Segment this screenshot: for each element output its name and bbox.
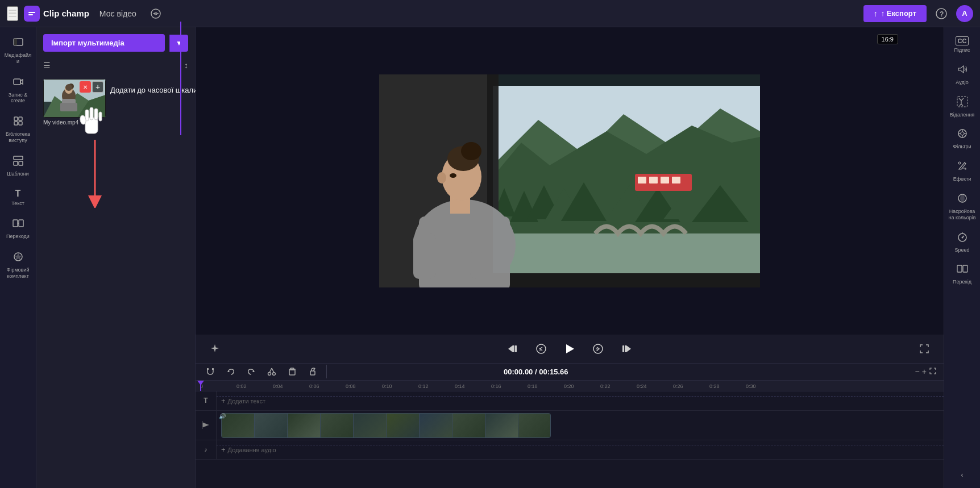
export-button[interactable]: ↑ ↑ Експорт bbox=[863, 5, 927, 22]
strip-frame-1 bbox=[222, 414, 255, 437]
zoom-out-button[interactable]: − bbox=[915, 367, 920, 377]
timeline-ruler: 0 0:02 0:04 0:06 0:08 0:10 0:12 0:14 0:1… bbox=[196, 381, 944, 391]
sidebar-item-speed[interactable]: Speed bbox=[946, 227, 979, 258]
svg-rect-8 bbox=[14, 39, 17, 45]
center-area: 16:9 bbox=[196, 27, 944, 488]
svg-rect-112 bbox=[957, 265, 962, 272]
volume-icon: 🔊 bbox=[219, 413, 226, 419]
magic-button[interactable] bbox=[205, 339, 225, 359]
right-sidebar-collapse-button[interactable]: ‹ bbox=[961, 471, 964, 479]
svg-point-111 bbox=[961, 236, 963, 238]
sidebar-item-color-correct[interactable]: Насройована кольорів bbox=[946, 188, 979, 226]
sidebar-item-media[interactable]: Медіафайли bbox=[2, 32, 35, 69]
aspect-ratio-badge: 16:9 bbox=[877, 34, 898, 44]
filters-label: Фільтри bbox=[953, 144, 971, 150]
dashed-audio-line: + Додавання аудіо bbox=[217, 445, 944, 454]
fullscreen-button[interactable] bbox=[914, 339, 935, 359]
delete-button[interactable] bbox=[284, 364, 300, 379]
svg-rect-96 bbox=[310, 371, 315, 375]
strip-frame-7 bbox=[420, 414, 452, 437]
media-thumbnail: ✕ + bbox=[43, 79, 106, 118]
add-text-button[interactable]: + Додати текст bbox=[221, 397, 265, 405]
aspect-ratio-label: 16:9 bbox=[882, 36, 894, 43]
main-area: Медіафайли Запис & create Бібліотека в bbox=[0, 27, 980, 488]
export-up-icon: ↑ bbox=[874, 9, 878, 18]
skip-back-button[interactable] bbox=[503, 339, 523, 359]
import-dropdown-button[interactable]: ▼ bbox=[169, 35, 188, 52]
media-delete-button[interactable]: ✕ bbox=[80, 81, 91, 93]
sidebar-library-label: Бібліотека виступу bbox=[4, 131, 32, 144]
sidebar-item-audio-effect[interactable]: Аудіо bbox=[946, 59, 979, 90]
media-add-button[interactable]: + bbox=[92, 81, 103, 93]
sidebar-item-library[interactable]: Бібліотека виступу bbox=[2, 111, 35, 148]
sidebar-item-transitions[interactable]: Переходи bbox=[2, 213, 35, 244]
skip-forward-button[interactable] bbox=[616, 339, 637, 359]
play-button[interactable] bbox=[559, 339, 580, 359]
svg-point-72 bbox=[450, 173, 456, 178]
sidebar-item-captions[interactable]: CC Підпис bbox=[946, 32, 979, 58]
add-audio-button[interactable]: + Додавання аудіо bbox=[221, 445, 276, 454]
tracks-wrapper: T + Додати текст bbox=[196, 391, 944, 488]
svg-rect-2 bbox=[28, 14, 33, 15]
media-filename: My video.mp4 bbox=[43, 119, 106, 126]
timeline-area: 00:00.00 / 00:15.66 − + 0 bbox=[196, 363, 944, 488]
zoom-in-button[interactable]: + bbox=[922, 367, 927, 377]
import-label: Імпорт мультимедіа bbox=[51, 39, 124, 47]
svg-rect-17 bbox=[13, 220, 18, 227]
svg-rect-16 bbox=[19, 161, 23, 165]
help-button[interactable]: ? bbox=[932, 5, 950, 23]
fit-zoom-button[interactable] bbox=[929, 367, 937, 377]
svg-rect-12 bbox=[14, 122, 18, 125]
import-button[interactable]: Імпорт мультимедіа bbox=[43, 34, 165, 52]
media-panel-filters: ☰ ↕ bbox=[36, 59, 195, 74]
forward-button[interactable]: 5 bbox=[588, 339, 608, 359]
video-clip-strip[interactable] bbox=[221, 413, 551, 438]
media-grid: ✕ + My video.mp4 Додати до часової шкали bbox=[36, 74, 195, 130]
sidebar-item-brand[interactable]: Фірмовий комплект bbox=[2, 247, 35, 284]
add-arrow bbox=[86, 140, 103, 208]
app-logo-icon bbox=[24, 6, 40, 22]
magnet-button[interactable] bbox=[202, 364, 218, 379]
cut-button[interactable] bbox=[264, 364, 280, 379]
topbar: ☰ Clip champ Моє відео ↑ ↑ Експорт bbox=[0, 0, 980, 27]
lock-button[interactable] bbox=[305, 364, 321, 379]
strip-frame-3 bbox=[288, 414, 321, 437]
svg-line-91 bbox=[269, 368, 272, 373]
svg-rect-29 bbox=[60, 103, 77, 111]
rewind-button[interactable]: 5 bbox=[531, 339, 551, 359]
share-button[interactable] bbox=[147, 5, 165, 23]
sort-button[interactable]: ↕ bbox=[184, 61, 188, 70]
color-correct-icon bbox=[957, 193, 968, 207]
effects-icon bbox=[957, 160, 968, 174]
strip-frame-10 bbox=[518, 414, 551, 437]
svg-rect-13 bbox=[19, 122, 22, 125]
svg-rect-83 bbox=[622, 345, 624, 352]
tooltip-text: Додати до часової шкали bbox=[110, 86, 197, 94]
svg-rect-0 bbox=[27, 9, 37, 19]
sidebar-media-label: Медіафайли bbox=[4, 52, 32, 65]
redo-button[interactable] bbox=[243, 364, 259, 379]
sidebar-item-record[interactable]: Запис & create bbox=[2, 72, 35, 109]
export-label: ↑ Експорт bbox=[881, 9, 916, 18]
my-video-button[interactable]: Моє відео bbox=[95, 7, 141, 20]
sidebar-item-filters[interactable]: Фільтри bbox=[946, 123, 979, 155]
media-item[interactable]: ✕ + My video.mp4 bbox=[43, 79, 106, 126]
hamburger-button[interactable]: ☰ bbox=[7, 6, 18, 21]
sidebar-item-remove-bg[interactable]: Відалення bbox=[946, 91, 979, 123]
svg-text:?: ? bbox=[940, 10, 944, 18]
user-avatar[interactable]: A bbox=[956, 5, 973, 22]
svg-point-70 bbox=[461, 142, 481, 160]
sidebar-item-transitions-right[interactable]: Перехід bbox=[946, 258, 979, 290]
sidebar-item-text[interactable]: T Текст bbox=[2, 184, 35, 211]
sidebar-item-templates[interactable]: Шаблони bbox=[2, 151, 35, 182]
audio-track-icon: ♪ bbox=[196, 446, 216, 453]
svg-marker-74 bbox=[508, 345, 513, 352]
sidebar-item-effects[interactable]: Ефекти bbox=[946, 156, 979, 187]
dashed-text-line: + Додати текст bbox=[217, 396, 944, 405]
captions-label: Підпис bbox=[954, 47, 970, 53]
undo-button[interactable] bbox=[223, 364, 239, 379]
transitions-icon bbox=[13, 218, 24, 232]
filter-button[interactable]: ☰ bbox=[43, 61, 51, 70]
svg-rect-14 bbox=[14, 156, 23, 160]
strip-frame-9 bbox=[485, 414, 518, 437]
